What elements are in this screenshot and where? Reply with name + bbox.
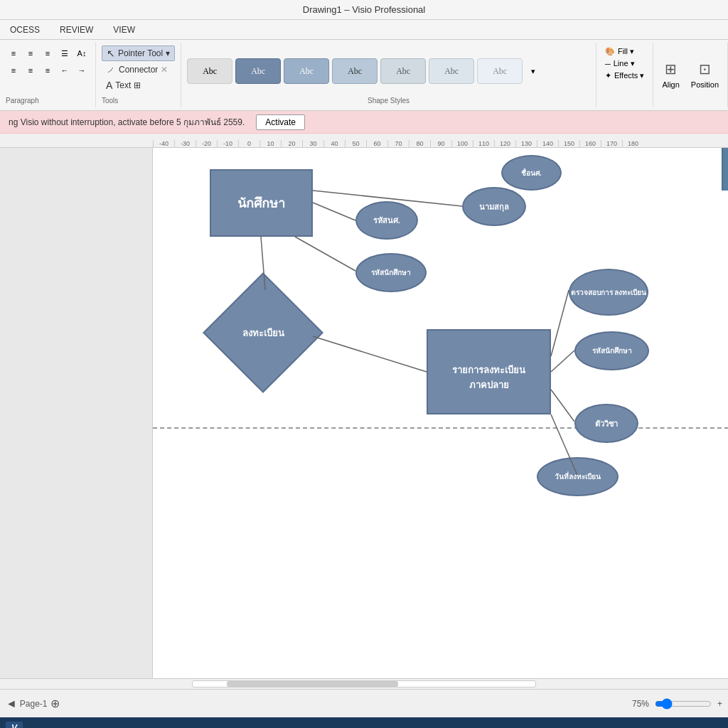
main-area: นักศึกษา รหัสนศ. ชื่อนศ. นามสกุล รหัสนัก… <box>0 148 728 678</box>
connector-tool-btn[interactable]: ⟋ Connector ✕ <box>102 63 175 77</box>
paragraph-label: Paragraph <box>6 94 90 105</box>
horizontal-scrollbar <box>0 678 728 689</box>
fill-icon: 🎨 <box>605 47 615 56</box>
indent-increase-btn[interactable]: → <box>74 63 90 78</box>
svg-line-0 <box>313 203 355 220</box>
text-tool-btn[interactable]: A Text ⊞ <box>102 78 175 92</box>
ruler-mark-10: -10 <box>217 140 238 147</box>
ruler-mark-10p: 10 <box>259 140 281 147</box>
indent-decrease-btn[interactable]: ← <box>57 63 73 78</box>
page-indicator-btn[interactable]: ◄ <box>6 697 17 710</box>
shape-truatsob[interactable]: ตรวจสอบการ ลงทะเบียน <box>569 269 648 316</box>
position-btn[interactable]: Position <box>688 79 722 90</box>
shape-longtabien[interactable]: ลงทะเบียน <box>220 290 306 375</box>
align-center-btn[interactable]: ≡ <box>23 46 38 61</box>
pointer-icon: ↖ <box>107 48 115 59</box>
activate-button[interactable]: Activate <box>256 114 305 130</box>
shape-style-6[interactable]: Abc <box>429 58 474 84</box>
zoom-slider[interactable] <box>655 698 712 710</box>
shape-wantelongtabien[interactable]: วันที่ลงทะเบียน <box>537 457 619 496</box>
shape-style-1[interactable]: Abc <box>187 58 232 84</box>
pointer-tool-btn[interactable]: ↖ Pointer Tool ▾ <box>102 46 175 61</box>
shape-style-7[interactable]: Abc <box>477 58 523 84</box>
shape-rahatnakseuksa[interactable]: รหัสนักศึกษา <box>355 253 427 292</box>
shape-nakseuksa[interactable]: นักศึกษา <box>210 169 313 237</box>
scrollbar-thumb[interactable] <box>227 681 398 687</box>
title-bar: Drawing1 – Visio Professional <box>0 0 728 20</box>
ruler-mark-70: 70 <box>387 140 409 147</box>
ruler-content: -40 -30 -20 -10 0 10 20 30 40 50 60 70 8… <box>153 140 643 147</box>
indent-btn[interactable]: A↕ <box>74 46 90 61</box>
ruler-mark-20p: 20 <box>281 140 302 147</box>
ruler-mark-100: 100 <box>451 140 473 147</box>
line-btn[interactable]: ─ Line ▾ <box>602 58 647 70</box>
ruler-mark-20: -20 <box>196 140 217 147</box>
fill-line-effects-group: 🎨 Fill ▾ ─ Line ▾ ✦ Effects ▾ <box>596 43 653 107</box>
align-btn[interactable]: Align <box>659 79 682 90</box>
bottom-bar: ◄ Page-1 ⊕ 75% + <box>0 689 728 717</box>
ruler-mark-90: 90 <box>430 140 451 147</box>
shape-styles-label: Shape Styles <box>187 97 590 105</box>
align-right-btn[interactable]: ≡ <box>40 46 55 61</box>
ruler: -40 -30 -20 -10 0 10 20 30 40 50 60 70 8… <box>0 134 728 148</box>
window-title: Drawing1 – Visio Professional <box>303 4 425 15</box>
ruler-mark-40p: 40 <box>323 140 345 147</box>
ruler-mark-130: 130 <box>515 140 537 147</box>
partial-shape-top-right <box>722 148 728 191</box>
page-label: Page-1 <box>20 699 48 709</box>
menu-view[interactable]: VIEW <box>109 23 139 36</box>
fill-btn[interactable]: 🎨 Fill ▾ <box>602 46 647 58</box>
position-label: Position <box>691 80 719 89</box>
shape-rahatnoso[interactable]: รหัสนศ. <box>355 201 418 240</box>
effects-icon: ✦ <box>605 71 611 80</box>
svg-line-5 <box>551 290 569 356</box>
shape-raikan[interactable]: รายการลงทะเบียน ภาคปลาย <box>427 329 551 414</box>
list-btn[interactable]: ☰ <box>57 46 73 61</box>
svg-line-7 <box>551 390 574 422</box>
shape-style-5[interactable]: Abc <box>380 58 426 84</box>
line-label: Line ▾ <box>614 59 635 68</box>
ruler-mark-120: 120 <box>494 140 515 147</box>
left-panel <box>0 148 153 678</box>
taskbar-visio-btn[interactable]: V <box>6 722 23 728</box>
align-bottom-center-btn[interactable]: ≡ <box>23 63 38 78</box>
svg-line-6 <box>551 350 574 372</box>
shape-chueenoso[interactable]: ชื่อนศ. <box>501 155 562 191</box>
ruler-mark-170: 170 <box>601 140 622 147</box>
shape-style-4[interactable]: Abc <box>332 58 378 84</box>
zoom-max: + <box>717 699 722 709</box>
align-left-btn[interactable]: ≡ <box>6 46 21 61</box>
menu-bar: OCESS REVIEW VIEW <box>0 20 728 40</box>
align-bottom-right-btn[interactable]: ≡ <box>40 63 55 78</box>
ribbon: ≡ ≡ ≡ ☰ A↕ ≡ ≡ ≡ ← → Paragraph ↖ Pointer… <box>0 40 728 111</box>
shape-style-2[interactable]: Abc <box>235 58 281 84</box>
taskbar: V <box>0 717 728 728</box>
menu-review[interactable]: REVIEW <box>55 23 97 36</box>
ruler-mark-180: 180 <box>622 140 643 147</box>
align-label: Align <box>662 80 679 89</box>
canvas-area[interactable]: นักศึกษา รหัสนศ. ชื่อนศ. นามสกุล รหัสนัก… <box>153 148 728 678</box>
connector-close-icon[interactable]: ✕ <box>161 65 168 75</box>
paragraph-group: ≡ ≡ ≡ ☰ A↕ ≡ ≡ ≡ ← → Paragraph <box>0 43 96 107</box>
text-icon: A <box>106 80 112 91</box>
text-options-icon: ⊞ <box>134 80 141 90</box>
align-bottom-left-btn[interactable]: ≡ <box>6 63 21 78</box>
shape-style-3[interactable]: Abc <box>284 58 329 84</box>
connector-tool-label: Connector <box>119 65 158 75</box>
shape-rahatnakseuksa2[interactable]: รหัสนักศึกษา <box>574 331 649 370</box>
shape-tuawicha[interactable]: ตัววิชา <box>574 404 638 443</box>
ruler-mark-160: 160 <box>579 140 601 147</box>
ruler-mark-40: -40 <box>153 140 174 147</box>
svg-line-2 <box>295 237 355 271</box>
ruler-mark-30: -30 <box>174 140 196 147</box>
notification-message: ng Visio without interruption, activate … <box>9 115 245 129</box>
add-page-btn[interactable]: ⊕ <box>50 697 60 710</box>
visio-icon: V <box>11 723 17 728</box>
shape-namsagul[interactable]: นามสกุล <box>462 187 526 226</box>
menu-ocess[interactable]: OCESS <box>6 23 44 36</box>
shape-styles-dropdown[interactable]: ▾ <box>525 63 541 79</box>
ruler-mark-60: 60 <box>366 140 387 147</box>
effects-btn[interactable]: ✦ Effects ▾ <box>602 70 647 82</box>
ruler-mark-150: 150 <box>558 140 579 147</box>
scrollbar-track[interactable] <box>192 680 536 687</box>
